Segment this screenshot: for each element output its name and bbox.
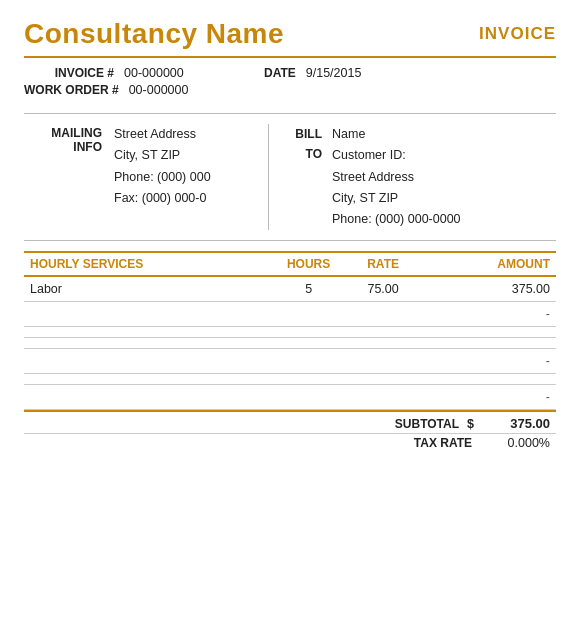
bill-to-section: BILLTO Name Customer ID: Street Address … (287, 124, 461, 230)
table-header-row: HOURLY SERVICES HOURS RATE AMOUNT (24, 252, 556, 276)
date-label: DATE (264, 66, 296, 80)
table-row (24, 374, 556, 385)
service-name-5 (24, 349, 274, 374)
col-amount: AMOUNT (423, 252, 556, 276)
bill-city: City, ST ZIP (332, 188, 461, 209)
bill-to-info: Name Customer ID: Street Address City, S… (332, 124, 461, 230)
date-value: 9/15/2015 (306, 66, 362, 80)
bill-name: Name (332, 124, 461, 145)
invoice-label: INVOICE (479, 24, 556, 44)
date-group: DATE 9/15/2015 (264, 66, 361, 80)
amount-4 (423, 338, 556, 349)
subtotal-label: SUBTOTAL (379, 417, 459, 431)
col-rate: RATE (343, 252, 423, 276)
hours-3 (274, 327, 343, 338)
service-name-6 (24, 374, 274, 385)
table-row: - (24, 349, 556, 374)
hours-5 (274, 349, 343, 374)
amount-1: 375.00 (423, 276, 556, 302)
mailing-city: City, ST ZIP (114, 145, 250, 166)
mailing-label: MAILINGINFO (24, 124, 114, 230)
hours-1: 5 (274, 276, 343, 302)
table-row: Labor 5 75.00 375.00 (24, 276, 556, 302)
invoice-number-value: 00-000000 (124, 66, 234, 80)
service-name-3 (24, 327, 274, 338)
invoice-info-row: INVOICE # 00-000000 DATE 9/15/2015 (24, 66, 556, 80)
table-row (24, 338, 556, 349)
hours-2 (274, 302, 343, 327)
header-divider (24, 56, 556, 58)
table-row: - (24, 302, 556, 327)
amount-7: - (423, 385, 556, 410)
bill-customer-id: Customer ID: (332, 145, 461, 166)
amount-5: - (423, 349, 556, 374)
amount-2: - (423, 302, 556, 327)
hours-7 (274, 385, 343, 410)
bill-street: Street Address (332, 167, 461, 188)
col-hours: HOURS (274, 252, 343, 276)
table-row: - (24, 385, 556, 410)
mailing-info: Street Address City, ST ZIP Phone: (000)… (114, 124, 269, 230)
service-name-2 (24, 302, 274, 327)
bill-phone: Phone: (000) 000-0000 (332, 209, 461, 230)
mailing-street: Street Address (114, 124, 250, 145)
subtotal-row: SUBTOTAL $ 375.00 (24, 410, 556, 433)
header: Consultancy Name INVOICE (24, 18, 556, 50)
mailing-phone: Phone: (000) 000 (114, 167, 250, 188)
rate-7 (343, 385, 423, 410)
taxrate-row: TAX RATE 0.000% (24, 433, 556, 452)
hours-4 (274, 338, 343, 349)
table-row (24, 327, 556, 338)
service-name-4 (24, 338, 274, 349)
workorder-row: WORK ORDER # 00-000000 (24, 83, 556, 97)
company-name: Consultancy Name (24, 18, 284, 50)
rate-5 (343, 349, 423, 374)
workorder-value: 00-000000 (129, 83, 239, 97)
rate-6 (343, 374, 423, 385)
subtotal-value: 375.00 (480, 416, 550, 431)
rate-1: 75.00 (343, 276, 423, 302)
services-table: HOURLY SERVICES HOURS RATE AMOUNT Labor … (24, 251, 556, 410)
taxrate-label: TAX RATE (392, 436, 472, 450)
subtotal-dollar: $ (467, 417, 474, 431)
mailing-fax: Fax: (000) 000-0 (114, 188, 250, 209)
bill-to-label: BILLTO (287, 124, 332, 230)
taxrate-value: 0.000% (480, 436, 550, 450)
workorder-label: WORK ORDER # (24, 83, 129, 97)
col-service: HOURLY SERVICES (24, 252, 274, 276)
invoice-number-label: INVOICE # (24, 66, 124, 80)
rate-2 (343, 302, 423, 327)
service-name-1: Labor (24, 276, 274, 302)
rate-4 (343, 338, 423, 349)
service-name-7 (24, 385, 274, 410)
hours-6 (274, 374, 343, 385)
mailing-section: MAILINGINFO Street Address City, ST ZIP … (24, 113, 556, 241)
amount-3 (423, 327, 556, 338)
rate-3 (343, 327, 423, 338)
amount-6 (423, 374, 556, 385)
